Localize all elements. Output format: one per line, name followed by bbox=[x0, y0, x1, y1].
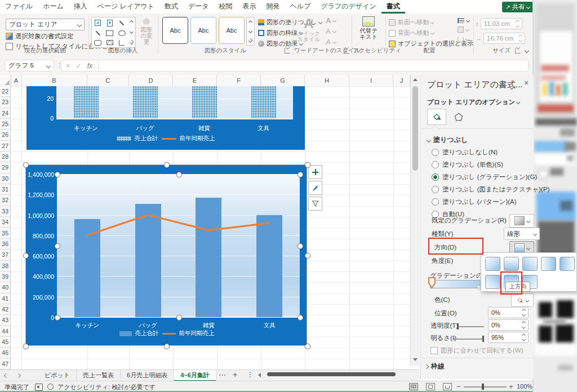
zoom-level[interactable]: 100% bbox=[517, 383, 532, 390]
row-header-30[interactable]: 30 bbox=[0, 173, 11, 184]
plot-area-handle[interactable] bbox=[298, 315, 303, 320]
alt-text-button[interactable]: 代替テキスト bbox=[357, 16, 380, 40]
pane-options-label[interactable]: プロット エリアのオプション bbox=[427, 98, 520, 106]
formula-bar[interactable]: × ✓ fx bbox=[61, 60, 529, 72]
row-header-29[interactable]: 29 bbox=[0, 162, 11, 173]
column-header-J[interactable]: J bbox=[393, 75, 410, 87]
pattern-bar-キッチン[interactable] bbox=[74, 86, 99, 118]
arrow-shape-icon[interactable] bbox=[96, 30, 100, 35]
vertical-textbox-icon[interactable]: ⏵ bbox=[107, 20, 113, 26]
gradient-stop-selected[interactable] bbox=[428, 277, 436, 289]
row-header-38[interactable]: 38 bbox=[0, 261, 11, 271]
row-header-34[interactable]: 34 bbox=[0, 217, 11, 228]
page-break-view-button[interactable] bbox=[443, 383, 452, 390]
shape-gallery-scroll[interactable] bbox=[128, 17, 136, 48]
vertical-scrollbar[interactable] bbox=[410, 75, 420, 366]
stop-position-spinner[interactable]: 0% bbox=[488, 307, 529, 318]
gradient-direction-diag-bl-tr[interactable] bbox=[485, 275, 500, 289]
fill-radio-label[interactable]: 塗りつぶし (パターン)(A) bbox=[442, 198, 517, 206]
chart-selection-handle[interactable] bbox=[23, 162, 29, 168]
fill-radio-1[interactable] bbox=[432, 161, 439, 168]
row-header-45[interactable]: 45 bbox=[0, 337, 11, 348]
zoom-in-button[interactable]: + bbox=[509, 382, 513, 391]
size-dialog-launcher[interactable] bbox=[515, 48, 521, 54]
stop-color-button[interactable] bbox=[511, 293, 534, 307]
chart-selection-handle[interactable] bbox=[164, 344, 170, 349]
chart-selection-handle[interactable] bbox=[164, 162, 170, 168]
fill-radio-label[interactable]: 塗りつぶし (グラデーション)(G) bbox=[442, 173, 537, 181]
gradient-direction-left[interactable] bbox=[560, 257, 575, 271]
plot-area-handle[interactable] bbox=[55, 172, 60, 177]
textbox-icon[interactable]: A bbox=[95, 20, 101, 26]
transparency-slider[interactable] bbox=[457, 326, 484, 327]
hscroll-left-arrow[interactable] bbox=[258, 373, 261, 377]
shape-style-gallery-scroll[interactable] bbox=[246, 17, 255, 46]
chart-element-dropdown[interactable]: プロット エリア bbox=[6, 19, 85, 30]
page-layout-view-button[interactable] bbox=[426, 383, 435, 390]
chart-legend[interactable]: 売上合計前年同期売上 bbox=[26, 329, 308, 337]
gradient-stops-bar[interactable] bbox=[430, 280, 483, 288]
chart-filter-button[interactable] bbox=[308, 197, 322, 211]
row-header-25[interactable]: 25 bbox=[0, 119, 11, 130]
sheet-menu-dots[interactable]: ⋮ bbox=[247, 371, 254, 378]
row-header-28[interactable]: 28 bbox=[0, 152, 11, 162]
row-header-39[interactable]: 39 bbox=[0, 271, 11, 282]
row-header-44[interactable]: 44 bbox=[0, 326, 11, 337]
row-header-24[interactable]: 24 bbox=[0, 108, 11, 119]
rectangle-shape-icon[interactable] bbox=[106, 30, 113, 36]
sheet-tab-4~6月集計[interactable]: 4~6月集計 bbox=[174, 370, 216, 381]
border-section-header[interactable]: 枠線 bbox=[425, 362, 445, 371]
fill-radio-2[interactable] bbox=[432, 173, 439, 181]
ribbon-tab-ヘルプ[interactable]: ヘルプ bbox=[285, 0, 316, 14]
rounded-rect-shape-icon[interactable] bbox=[94, 40, 101, 46]
ribbon-tab-挿入[interactable]: 挿入 bbox=[69, 0, 92, 14]
format-selection-button[interactable]: 選択対象の書式設定 bbox=[6, 32, 74, 41]
chart-selection-handle[interactable] bbox=[305, 253, 310, 259]
scroll-up-arrow[interactable] bbox=[413, 78, 418, 81]
gradient-direction-down[interactable] bbox=[504, 257, 519, 271]
column-header-B[interactable]: B bbox=[21, 75, 87, 87]
ribbon-tab-ファイル[interactable]: ファイル bbox=[0, 0, 38, 14]
row-header-40[interactable]: 40 bbox=[0, 282, 11, 293]
fill-radio-0[interactable] bbox=[432, 149, 439, 156]
ribbon-tab-書式[interactable]: 書式 bbox=[381, 0, 405, 14]
sheet-tab-ピボット[interactable]: ピボット bbox=[38, 370, 77, 381]
row-header-37[interactable]: 37 bbox=[0, 250, 11, 260]
sheet-nav-left[interactable] bbox=[0, 370, 12, 381]
share-button[interactable]: ↗ 共有 bbox=[502, 2, 533, 12]
ribbon-tab-ホーム[interactable]: ホーム bbox=[38, 0, 69, 14]
fill-section-header[interactable]: 塗りつぶし bbox=[427, 135, 468, 145]
macro-record-icon[interactable] bbox=[35, 384, 43, 391]
row-header-36[interactable]: 36 bbox=[0, 239, 11, 250]
chart-elements-button[interactable] bbox=[308, 165, 322, 179]
pattern-bar-雑貨[interactable] bbox=[192, 86, 217, 118]
row-header-33[interactable]: 33 bbox=[0, 206, 11, 217]
ribbon-tab-データ[interactable]: データ bbox=[183, 0, 214, 14]
l-shape-icon[interactable] bbox=[119, 40, 125, 46]
sheet-more-button[interactable]: ⋯ bbox=[219, 371, 226, 379]
chart-legend[interactable]: 売上合計前年同期売上 bbox=[26, 135, 305, 142]
fill-radio-label[interactable]: 塗りつぶしなし(N) bbox=[442, 148, 498, 157]
name-box[interactable]: グラフ 5 bbox=[5, 60, 54, 72]
gradient-type-select[interactable]: 線形 bbox=[504, 228, 540, 240]
shape-styles-dialog-launcher[interactable] bbox=[285, 48, 290, 54]
row-header-26[interactable]: 26 bbox=[0, 130, 11, 140]
preset-gradient-button[interactable] bbox=[509, 214, 534, 228]
row-header-22[interactable]: 22 bbox=[0, 86, 11, 97]
effects-tab[interactable] bbox=[450, 110, 467, 124]
select-all-corner[interactable] bbox=[0, 75, 11, 87]
fx-icon[interactable]: fx bbox=[87, 62, 92, 70]
column-header-D[interactable]: D bbox=[129, 75, 173, 87]
fill-radio-label[interactable]: 塗りつぶし (図またはテクスチャ)(P) bbox=[442, 185, 549, 194]
horizontal-scroll-thumb[interactable] bbox=[267, 372, 396, 376]
normal-view-button[interactable] bbox=[409, 383, 418, 390]
row-header-43[interactable]: 43 bbox=[0, 315, 11, 326]
ribbon-tab-ページ レイアウト[interactable]: ページ レイアウト bbox=[92, 0, 159, 14]
plot-area-handle[interactable] bbox=[55, 315, 60, 320]
vertical-scroll-thumb[interactable] bbox=[412, 86, 418, 171]
triangle-shape-icon[interactable] bbox=[106, 40, 113, 45]
fill-radio-4[interactable] bbox=[432, 198, 439, 206]
gradient-direction-diag-tr-bl[interactable] bbox=[522, 257, 538, 271]
accessibility-status[interactable]: アクセシビリティ: 検討が必要です bbox=[47, 383, 156, 391]
row-header-32[interactable]: 32 bbox=[0, 195, 11, 206]
